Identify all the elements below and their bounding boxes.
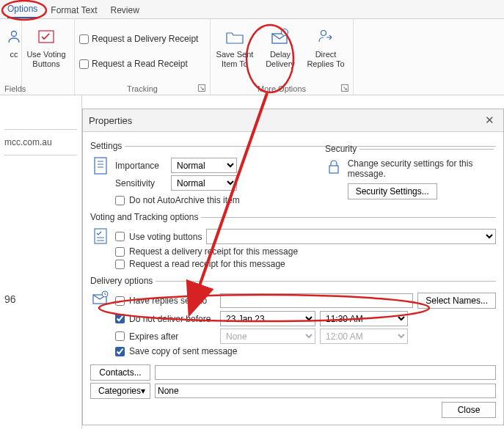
voting-buttons[interactable]: Use Voting Buttons xyxy=(26,22,66,69)
contacts-button[interactable]: Contacts... xyxy=(90,364,150,381)
request-read-receipt-checkbox[interactable] xyxy=(79,59,89,69)
delivery-icon xyxy=(90,290,111,359)
ribbon: cc Fields Use Voting Buttons Request a D… xyxy=(0,19,504,95)
have-replies-label: Have replies sent to xyxy=(129,296,216,306)
sensitivity-select[interactable]: Normal xyxy=(171,175,237,191)
save-copy-checkbox[interactable] xyxy=(115,347,125,356)
lock-icon xyxy=(325,158,343,199)
number-fragment: 96 xyxy=(4,293,16,305)
req-delivery-label: Request a delivery receipt for this mess… xyxy=(129,246,298,257)
request-delivery-receipt-label: Request a Delivery Receipt xyxy=(92,34,198,44)
no-autoarchive-label: Do not AutoArchive this item xyxy=(129,195,240,205)
bcc-label: cc xyxy=(10,50,18,59)
svg-point-4 xyxy=(321,31,326,36)
expires-after-label: Expires after xyxy=(129,331,216,342)
deliver-date-select[interactable]: 23 Jan 23 xyxy=(220,311,315,326)
voting-tracking-fieldset: Voting and Tracking options Use voting b… xyxy=(90,212,496,271)
delivery-options-legend: Delivery options xyxy=(90,276,156,286)
security-settings-button[interactable]: Security Settings... xyxy=(348,183,437,199)
do-not-deliver-before-checkbox[interactable] xyxy=(115,314,125,323)
chevron-down-icon: ▾ xyxy=(141,386,145,396)
ballot-icon xyxy=(34,25,58,48)
properties-dialog: Properties ✕ Settings Importance Normal … xyxy=(82,109,504,425)
security-fieldset: Security Change security settings for th… xyxy=(325,144,494,199)
group-tracking-label: Tracking↘ xyxy=(79,83,205,93)
close-button[interactable]: Close xyxy=(442,402,496,418)
categories-button[interactable]: Categories▾ xyxy=(90,383,150,399)
do-not-deliver-before-label: Do not deliver before xyxy=(129,314,216,324)
folder-save-icon xyxy=(223,25,246,48)
group-more-options-label: More Options↘ xyxy=(215,83,348,93)
use-voting-checkbox[interactable] xyxy=(115,232,125,241)
group-fields-label: Fields xyxy=(4,83,17,93)
delay-delivery-icon xyxy=(269,25,292,48)
expires-time-select: 12:00 AM xyxy=(320,329,408,344)
expires-after-checkbox[interactable] xyxy=(115,331,125,341)
req-delivery-checkbox[interactable] xyxy=(115,247,125,257)
direct-replies-label: Direct Replies To xyxy=(307,50,344,69)
tracking-launcher-icon[interactable]: ↘ xyxy=(198,84,205,92)
tracking-icon xyxy=(90,227,111,271)
delay-delivery-label: Delay Delivery xyxy=(266,50,295,69)
message-area-peek: mcc.com.au xyxy=(0,95,82,429)
tab-options[interactable]: Options xyxy=(7,4,37,18)
svg-rect-10 xyxy=(95,229,106,243)
address-fragment: mcc.com.au xyxy=(4,129,77,155)
close-icon[interactable]: ✕ xyxy=(482,114,497,127)
importance-label: Importance xyxy=(115,161,167,171)
req-read-checkbox[interactable] xyxy=(115,260,125,269)
settings-icon xyxy=(90,155,111,193)
svg-rect-5 xyxy=(95,158,106,174)
request-read-receipt-label: Request a Read Receipt xyxy=(92,59,188,69)
have-replies-input[interactable] xyxy=(220,293,413,308)
more-options-launcher-icon[interactable]: ↘ xyxy=(341,84,348,92)
req-read-label: Request a read receipt for this message xyxy=(129,259,285,269)
expires-date-select: None xyxy=(220,329,315,344)
save-copy-label: Save copy of sent message xyxy=(129,346,237,356)
deliver-time-select[interactable]: 11:30 AM xyxy=(320,311,408,326)
delivery-options-fieldset: Delivery options Have replies sent to Se… xyxy=(90,276,496,401)
contacts-input[interactable] xyxy=(155,365,496,380)
voting-buttons-select[interactable] xyxy=(206,229,496,244)
delay-delivery-button[interactable]: Delay Delivery xyxy=(260,22,300,69)
svg-point-0 xyxy=(12,32,17,37)
voting-tracking-legend: Voting and Tracking options xyxy=(90,212,201,222)
save-sent-item-to-button[interactable]: Save Sent Item To xyxy=(215,22,255,69)
tab-format-text[interactable]: Format Text xyxy=(51,5,97,18)
direct-replies-icon xyxy=(314,25,337,48)
security-legend: Security xyxy=(325,144,359,154)
use-voting-label: Use voting buttons xyxy=(129,232,202,242)
tab-review[interactable]: Review xyxy=(111,5,139,18)
settings-legend: Settings xyxy=(90,141,125,151)
importance-select[interactable]: Normal xyxy=(171,158,237,173)
dialog-title: Properties xyxy=(89,115,132,126)
bcc-button[interactable]: cc xyxy=(4,22,23,59)
save-sent-label: Save Sent Item To xyxy=(216,50,254,69)
categories-input[interactable] xyxy=(155,384,496,398)
request-delivery-receipt-checkbox[interactable] xyxy=(79,34,89,44)
voting-label: Use Voting Buttons xyxy=(26,50,65,69)
direct-replies-to-button[interactable]: Direct Replies To xyxy=(306,22,346,69)
have-replies-checkbox[interactable] xyxy=(115,296,125,306)
svg-rect-9 xyxy=(329,166,338,173)
security-text: Change security settings for this messag… xyxy=(348,158,494,179)
ribbon-tabs: Options Format Text Review xyxy=(0,0,504,19)
sensitivity-label: Sensitivity xyxy=(115,178,167,188)
no-autoarchive-checkbox[interactable] xyxy=(115,196,125,205)
select-names-button[interactable]: Select Names... xyxy=(417,293,496,309)
